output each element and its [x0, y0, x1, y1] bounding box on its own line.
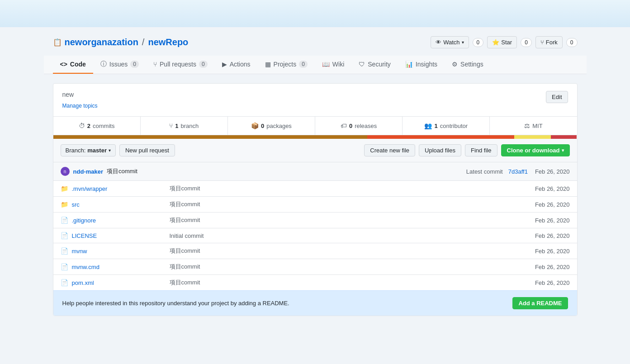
- tab-code[interactable]: <> Code: [53, 56, 93, 74]
- tab-insights[interactable]: 📊 Insights: [398, 56, 445, 74]
- tab-wiki[interactable]: 📖 Wiki: [315, 56, 351, 74]
- tab-security[interactable]: 🛡 Security: [351, 56, 398, 74]
- stats-bar: ⏱ 2 commits ⑂ 1 branch 📦 0 packages 🏷 0 …: [53, 117, 577, 135]
- file-toolbar: Branch: master ▾ New pull request Create…: [53, 139, 577, 162]
- repo-owner-link[interactable]: neworganazation: [65, 37, 138, 47]
- repo-name-link[interactable]: newRepo: [148, 37, 188, 47]
- fork-icon: ⑂: [540, 39, 544, 46]
- tab-settings[interactable]: ⚙ Settings: [445, 56, 491, 74]
- stat-releases[interactable]: 🏷 0 releases: [315, 117, 403, 135]
- table-row: 📁 src 项目commit Feb 26, 2020: [53, 197, 577, 213]
- file-commit: 项目commit: [162, 247, 516, 255]
- description-text: new: [62, 91, 546, 98]
- contributors-count: 1: [434, 123, 437, 129]
- folder-icon: 📁: [61, 201, 68, 208]
- repo-title: 📋 neworganazation / newRepo: [53, 37, 189, 47]
- file-date: Feb 26, 2020: [516, 279, 570, 286]
- license-label: MIT: [532, 123, 542, 129]
- lang-java: [53, 135, 368, 139]
- branch-count: 1: [175, 123, 178, 129]
- star-label: Star: [501, 39, 512, 46]
- actions-icon: ▶: [222, 61, 227, 68]
- table-row: 📄 pom.xml 项目commit Feb 26, 2020: [53, 275, 577, 290]
- watch-count: 0: [473, 38, 484, 47]
- file-date: Feb 26, 2020: [516, 264, 570, 270]
- file-name[interactable]: mvnw: [72, 248, 162, 255]
- file-date: Feb 26, 2020: [516, 201, 570, 208]
- code-icon: <>: [60, 61, 67, 68]
- file-icon: 📄: [61, 263, 68, 270]
- add-readme-button[interactable]: Add a README: [512, 297, 568, 309]
- manage-topics-link[interactable]: Manage topics: [62, 103, 98, 109]
- clone-download-button[interactable]: Clone or download ▾: [501, 144, 570, 156]
- find-file-button[interactable]: Find file: [465, 144, 497, 156]
- table-row: 📄 .gitignore 项目commit Feb 26, 2020: [53, 213, 577, 228]
- stat-commits[interactable]: ⏱ 2 commits: [53, 117, 141, 135]
- watch-label: Watch: [443, 39, 459, 46]
- stat-contributors[interactable]: 👥 1 contributor: [403, 117, 490, 135]
- file-name[interactable]: LICENSE: [72, 232, 162, 239]
- file-commit: 项目commit: [162, 263, 516, 271]
- tab-actions-label: Actions: [230, 61, 251, 68]
- repo-header: 📋 neworganazation / newRepo 👁 Watch ▾ 0 …: [53, 36, 578, 48]
- tab-pr-label: Pull requests: [160, 61, 196, 68]
- star-count: 0: [521, 38, 532, 47]
- language-bar: [53, 135, 577, 139]
- repo-icon: 📋: [53, 38, 62, 47]
- stat-packages[interactable]: 📦 0 packages: [228, 117, 315, 135]
- packages-label: packages: [266, 123, 292, 129]
- stat-branches[interactable]: ⑂ 1 branch: [141, 117, 228, 135]
- releases-label: releases: [355, 123, 377, 129]
- readme-notice: Help people interested in this repositor…: [53, 290, 577, 316]
- new-pull-request-button[interactable]: New pull request: [119, 144, 175, 156]
- file-name[interactable]: pom.xml: [72, 279, 162, 286]
- branch-selector[interactable]: Branch: master ▾: [61, 144, 116, 156]
- commit-author[interactable]: ndd-maker: [73, 168, 103, 175]
- table-row: 📄 mvnw 项目commit Feb 26, 2020: [53, 243, 577, 259]
- clone-label: Clone or download: [507, 147, 560, 154]
- tab-projects-label: Projects: [274, 61, 297, 68]
- top-bar: [0, 0, 630, 27]
- table-row: 📁 .mvn/wrapper 项目commit Feb 26, 2020: [53, 181, 577, 197]
- readme-notice-text: Help people interested in this repositor…: [62, 300, 289, 307]
- file-name[interactable]: .gitignore: [72, 217, 162, 224]
- fork-button[interactable]: ⑂ Fork: [535, 36, 563, 48]
- tab-security-label: Security: [368, 61, 391, 68]
- file-name[interactable]: mvnw.cmd: [72, 264, 162, 270]
- releases-count: 0: [349, 123, 352, 129]
- repo-separator: /: [142, 37, 145, 47]
- contributors-label: contributor: [440, 123, 468, 129]
- commits-label: commits: [93, 123, 114, 129]
- file-date: Feb 26, 2020: [516, 232, 570, 239]
- file-commit: 项目commit: [162, 200, 516, 208]
- tab-actions[interactable]: ▶ Actions: [215, 56, 258, 74]
- stat-license[interactable]: ⚖ MIT: [490, 117, 577, 135]
- watch-button[interactable]: 👁 Watch ▾: [431, 36, 469, 48]
- toolbar-left: Branch: master ▾ New pull request: [61, 144, 175, 156]
- contributors-icon: 👥: [424, 122, 432, 129]
- tab-code-label: Code: [70, 61, 86, 68]
- file-icon: 📄: [61, 217, 68, 224]
- lang-js: [514, 135, 551, 139]
- file-commit: 项目commit: [162, 279, 516, 287]
- upload-files-button[interactable]: Upload files: [419, 144, 461, 156]
- file-commit: 项目commit: [162, 184, 516, 193]
- chevron-down-icon: ▾: [462, 40, 464, 45]
- file-name[interactable]: src: [72, 201, 162, 208]
- commits-count: 2: [87, 123, 90, 129]
- wiki-icon: 📖: [322, 61, 330, 68]
- tab-pull-requests[interactable]: ⑂ Pull requests 0: [146, 56, 215, 74]
- edit-button[interactable]: Edit: [546, 91, 568, 103]
- branch-label: Branch:: [66, 147, 86, 154]
- file-name[interactable]: .mvn/wrapper: [72, 185, 162, 192]
- tab-wiki-label: Wiki: [332, 61, 344, 68]
- tab-issues[interactable]: ⓘ Issues 0: [93, 56, 146, 74]
- branch-icon: ⑂: [169, 122, 173, 129]
- commit-hash[interactable]: 7d3aff1: [508, 168, 528, 175]
- create-new-file-button[interactable]: Create new file: [364, 144, 415, 156]
- tab-projects[interactable]: ▦ Projects 0: [258, 56, 315, 74]
- file-date: Feb 26, 2020: [516, 248, 570, 255]
- pr-badge: 0: [199, 61, 208, 68]
- star-button[interactable]: ⭐ Star: [487, 36, 517, 48]
- commit-message: 项目commit: [107, 167, 463, 175]
